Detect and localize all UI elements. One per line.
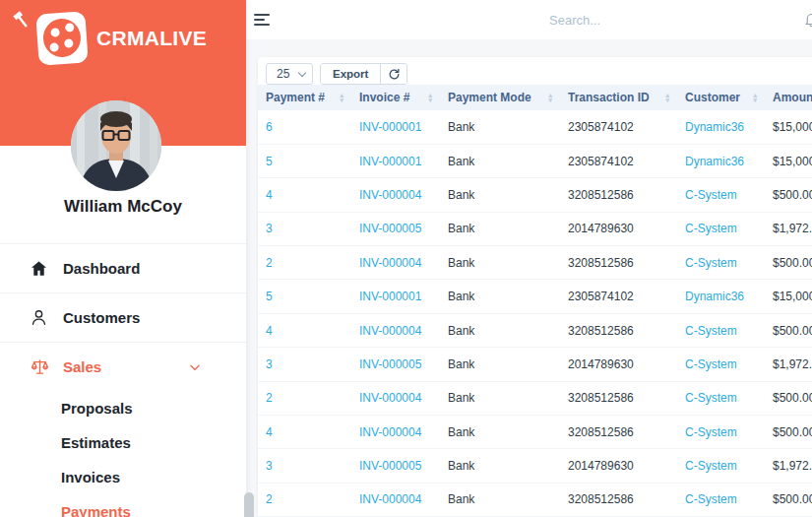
- customer-link[interactable]: C-System: [677, 178, 765, 212]
- export-button-group: Export: [320, 63, 407, 85]
- column-header-invoice[interactable]: Invoice #▴▾: [351, 85, 440, 110]
- column-header-payment[interactable]: Payment #▴▾: [258, 85, 351, 110]
- payment-mode-cell: Bank: [440, 449, 560, 483]
- amount-cell: $15,000.00: [765, 110, 812, 144]
- sidebar-item-label: Dashboard: [63, 260, 140, 277]
- invoice-link[interactable]: INV-000005: [351, 449, 440, 483]
- payment-mode-cell: Bank: [440, 313, 560, 347]
- invoice-link[interactable]: INV-000005: [351, 212, 440, 245]
- payment-number-link[interactable]: 5: [258, 144, 351, 177]
- payment-mode-cell: Bank: [440, 381, 560, 415]
- search-input[interactable]: [549, 9, 721, 31]
- amount-cell: $500.00: [765, 178, 812, 212]
- payment-mode-cell: Bank: [440, 416, 560, 449]
- payment-number-link[interactable]: 3: [258, 212, 351, 245]
- payment-number-link[interactable]: 4: [258, 416, 351, 449]
- table-row: 3INV-000005Bank2014789630C-System$1,972.…: [258, 348, 812, 381]
- sort-icon: ▴▾: [428, 93, 432, 102]
- payment-number-link[interactable]: 2: [258, 246, 351, 280]
- sort-icon: ▴▾: [665, 93, 669, 102]
- invoice-link[interactable]: INV-000001: [351, 144, 440, 177]
- column-header-customer[interactable]: Customer▴▾: [677, 85, 765, 110]
- table-row: 3INV-000005Bank2014789630C-System$1,972.…: [258, 449, 812, 483]
- export-button[interactable]: Export: [321, 64, 381, 84]
- column-header-amount[interactable]: Amount▴▾: [765, 85, 812, 110]
- chevron-down-icon: [188, 360, 202, 377]
- transaction-id-cell: 3208512586: [560, 381, 677, 415]
- customer-link[interactable]: Dynamic36: [677, 144, 765, 177]
- customer-link[interactable]: C-System: [677, 212, 765, 245]
- invoice-link[interactable]: INV-000004: [351, 381, 440, 415]
- invoice-link[interactable]: INV-000005: [351, 348, 440, 381]
- sidebar-item-customers[interactable]: Customers: [0, 292, 246, 342]
- sidebar-item-dashboard[interactable]: Dashboard: [0, 243, 246, 292]
- payment-mode-cell: Bank: [440, 110, 560, 144]
- user-name: William McCoy: [0, 197, 246, 217]
- sidebar-item-sales[interactable]: Sales: [0, 342, 246, 391]
- customer-link[interactable]: C-System: [677, 449, 765, 483]
- invoice-link[interactable]: INV-000004: [351, 313, 440, 347]
- invoice-link[interactable]: INV-000001: [351, 280, 440, 313]
- amount-cell: $1,972.00: [765, 212, 812, 245]
- home-icon: [30, 259, 50, 278]
- customer-link[interactable]: C-System: [677, 246, 765, 280]
- customer-link[interactable]: C-System: [677, 313, 765, 347]
- payment-mode-cell: Bank: [440, 144, 560, 177]
- table-row: 3INV-000005Bank2014789630C-System$1,972.…: [258, 212, 812, 245]
- table-row: 5INV-000001Bank2305874102Dynamic36$15,00…: [258, 280, 812, 313]
- payment-number-link[interactable]: 3: [258, 449, 351, 483]
- payment-mode-cell: Bank: [440, 348, 560, 381]
- amount-cell: $15,000.00: [765, 144, 812, 177]
- payment-number-link[interactable]: 3: [258, 348, 351, 381]
- transaction-id-cell: 2305874102: [560, 280, 677, 313]
- sort-icon: ▴▾: [753, 93, 757, 102]
- invoice-link[interactable]: INV-000004: [351, 483, 440, 516]
- sort-icon: ▴▾: [340, 93, 344, 102]
- invoice-link[interactable]: INV-000004: [351, 178, 440, 212]
- invoice-link[interactable]: INV-000004: [351, 416, 440, 449]
- bell-icon[interactable]: [803, 11, 812, 32]
- sidebar-subitem-estimates[interactable]: Estimates: [0, 425, 246, 460]
- sidebar-subitem-invoices[interactable]: Invoices: [0, 460, 246, 494]
- table-header-row: Payment #▴▾Invoice #▴▾Payment Mode▴▾Tran…: [258, 85, 812, 110]
- payment-number-link[interactable]: 5: [258, 280, 351, 313]
- payment-number-link[interactable]: 4: [258, 178, 351, 212]
- sort-icon: ▴▾: [548, 93, 552, 102]
- logo: CRMALIVE: [0, 0, 246, 64]
- payment-mode-cell: Bank: [440, 212, 560, 245]
- menu-toggle-icon[interactable]: [254, 14, 270, 29]
- table-row: 2INV-000004Bank3208512586C-System$500.00: [258, 246, 812, 280]
- invoice-link[interactable]: INV-000001: [351, 110, 440, 144]
- customer-link[interactable]: Dynamic36: [677, 280, 765, 313]
- payment-number-link[interactable]: 6: [258, 110, 351, 144]
- transaction-id-cell: 2014789630: [560, 348, 677, 381]
- column-header-transaction-id[interactable]: Transaction ID▴▾: [560, 85, 677, 110]
- user-icon: [30, 308, 50, 327]
- column-header-payment-mode[interactable]: Payment Mode▴▾: [440, 85, 560, 110]
- payment-mode-cell: Bank: [440, 483, 560, 516]
- sidebar: CRMALIVE William McCoy DashboardCustomer…: [0, 0, 246, 517]
- customer-link[interactable]: C-System: [677, 348, 765, 381]
- scrollbar-thumb[interactable]: [244, 492, 254, 517]
- payment-number-link[interactable]: 2: [258, 483, 351, 516]
- refresh-button[interactable]: [381, 64, 406, 84]
- logo-icon: [35, 11, 89, 65]
- page-size-select[interactable]: 25: [266, 63, 313, 85]
- sidebar-subitem-proposals[interactable]: Proposals: [0, 391, 246, 425]
- table-row: 4INV-000004Bank3208512586C-System$500.00: [258, 313, 812, 347]
- payment-number-link[interactable]: 2: [258, 381, 351, 415]
- sidebar-subitem-payments[interactable]: Payments: [0, 494, 246, 517]
- customer-link[interactable]: Dynamic36: [677, 110, 765, 144]
- table-row: 5INV-000001Bank2305874102Dynamic36$15,00…: [258, 144, 812, 177]
- payments-table: Payment #▴▾Invoice #▴▾Payment Mode▴▾Tran…: [258, 85, 812, 517]
- amount-cell: $500.00: [765, 483, 812, 516]
- table-row: 4INV-000004Bank3208512586C-System$500.00: [258, 178, 812, 212]
- amount-cell: $500.00: [765, 416, 812, 449]
- invoice-link[interactable]: INV-000004: [351, 246, 440, 280]
- customer-link[interactable]: C-System: [677, 483, 765, 516]
- payment-number-link[interactable]: 4: [258, 313, 351, 347]
- table-row: 6INV-000001Bank2305874102Dynamic36$15,00…: [258, 110, 812, 144]
- scales-icon: [30, 356, 50, 377]
- customer-link[interactable]: C-System: [677, 416, 765, 449]
- customer-link[interactable]: C-System: [677, 381, 765, 415]
